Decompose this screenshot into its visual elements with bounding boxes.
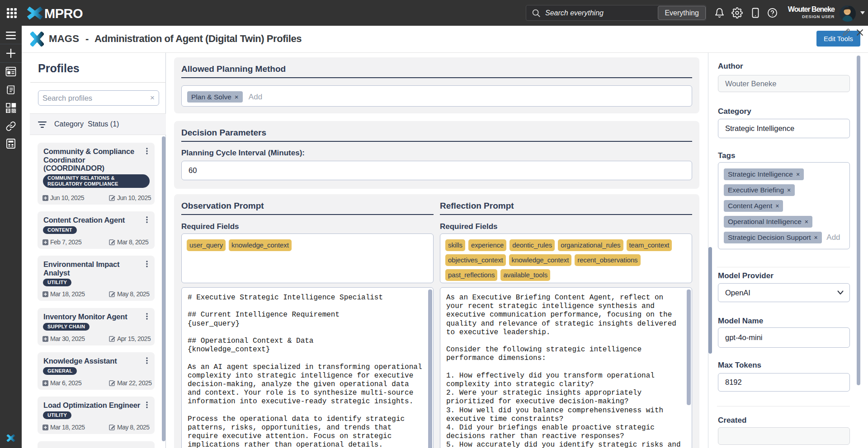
svg-text:MPRO: MPRO (44, 7, 83, 19)
